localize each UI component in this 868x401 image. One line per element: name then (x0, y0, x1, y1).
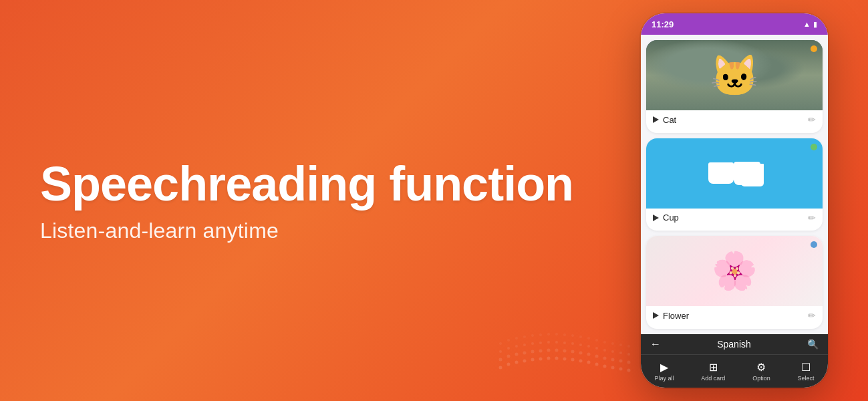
svg-point-25 (563, 350, 567, 353)
hero-subtitle: Listen-and-learn anytime (40, 219, 573, 243)
decorative-dots-pattern: // We'll generate dots in a wave pattern… (494, 261, 641, 381)
select-button[interactable]: ☐ Select (798, 361, 815, 382)
cup-color-dot (811, 144, 817, 150)
svg-point-62 (587, 337, 590, 340)
svg-point-18 (507, 355, 511, 358)
select-label: Select (798, 375, 815, 382)
svg-point-26 (571, 350, 575, 354)
svg-point-1 (507, 363, 511, 366)
svg-point-60 (571, 334, 574, 337)
svg-point-67 (627, 345, 630, 348)
svg-point-23 (547, 349, 551, 352)
svg-point-42 (563, 342, 566, 344)
cat-image (646, 40, 823, 110)
svg-point-36 (515, 345, 518, 348)
svg-point-48 (611, 350, 614, 353)
cat-card-name: Cat (663, 115, 676, 125)
svg-point-38 (531, 342, 534, 345)
svg-point-39 (539, 342, 542, 344)
hero-text-section: Speechreading function Listen-and-learn … (40, 158, 573, 243)
option-button[interactable]: ⚙ Option (752, 361, 770, 382)
card-cup[interactable]: Cup ✏ (646, 138, 823, 231)
cup-card-footer: Cup ✏ (646, 209, 823, 227)
svg-point-17 (499, 358, 502, 362)
status-bar: 11:29 ▲ ▮ (641, 13, 828, 35)
play-all-label: Play all (654, 375, 674, 382)
svg-point-52 (507, 339, 510, 342)
svg-point-5 (539, 358, 543, 361)
svg-point-34 (499, 350, 502, 353)
svg-point-0 (499, 366, 502, 370)
svg-point-35 (507, 347, 510, 350)
flower-card-footer: Flower ✏ (646, 306, 823, 325)
flower-card-label: Flower (653, 311, 689, 321)
phone-mockup: 11:29 ▲ ▮ Cat ✏ (641, 13, 828, 388)
nav-title: Spanish (717, 339, 751, 350)
search-icon[interactable]: 🔍 (807, 339, 819, 350)
status-time: 11:29 (652, 19, 674, 29)
play-all-icon: ▶ (660, 361, 668, 374)
svg-point-57 (547, 333, 550, 336)
svg-point-6 (547, 357, 551, 360)
add-card-button[interactable]: ⊞ Add card (701, 361, 725, 382)
add-card-label: Add card (701, 375, 725, 382)
svg-point-65 (611, 342, 614, 345)
play-all-button[interactable]: ▶ Play all (654, 361, 674, 382)
flower-edit-icon[interactable]: ✏ (808, 310, 816, 321)
svg-point-44 (579, 344, 582, 346)
back-arrow-icon[interactable]: ← (650, 338, 661, 350)
svg-point-10 (579, 360, 583, 363)
cup-shape (708, 162, 734, 184)
svg-point-28 (587, 353, 591, 356)
svg-point-41 (555, 341, 558, 344)
svg-point-61 (579, 336, 582, 338)
svg-point-4 (531, 358, 535, 362)
cat-play-button[interactable] (653, 116, 659, 123)
svg-point-19 (515, 353, 519, 356)
flower-card-name: Flower (663, 311, 689, 321)
cup-card-label: Cup (653, 213, 679, 223)
svg-point-8 (563, 358, 567, 361)
phone-frame: 11:29 ▲ ▮ Cat ✏ (641, 13, 828, 388)
select-icon: ☐ (801, 361, 811, 374)
svg-point-21 (531, 350, 535, 354)
svg-point-3 (523, 360, 527, 363)
svg-point-43 (571, 342, 574, 345)
flower-image (646, 236, 823, 306)
background: // We'll generate dots in a wave pattern… (0, 0, 868, 401)
cup-edit-icon[interactable]: ✏ (808, 213, 816, 223)
svg-point-45 (587, 345, 590, 348)
cup-play-button[interactable] (653, 215, 659, 221)
flower-play-button[interactable] (653, 312, 659, 319)
cup-card-name: Cup (663, 213, 679, 223)
svg-point-15 (619, 368, 623, 371)
svg-point-29 (595, 355, 599, 358)
card-cat[interactable]: Cat ✏ (646, 40, 823, 133)
svg-point-66 (619, 344, 622, 346)
svg-point-55 (531, 334, 534, 337)
bottom-actions: ▶ Play all ⊞ Add card ⚙ Option ☐ Select (641, 355, 828, 388)
card-list: Cat ✏ Cup ✏ (641, 35, 828, 334)
svg-point-59 (563, 333, 566, 336)
svg-point-37 (523, 344, 526, 346)
option-icon: ⚙ (756, 361, 766, 374)
svg-point-56 (539, 333, 542, 336)
svg-point-64 (603, 341, 606, 344)
svg-point-51 (499, 342, 502, 345)
bottom-bar: ← Spanish 🔍 ▶ Play all ⊞ Add card ⚙ (641, 334, 828, 388)
status-icons: ▲ ▮ (803, 20, 817, 29)
svg-point-46 (595, 347, 598, 350)
svg-point-22 (539, 350, 543, 353)
svg-point-13 (603, 365, 607, 368)
svg-point-47 (603, 349, 606, 352)
svg-point-50 (627, 353, 630, 356)
cat-card-label: Cat (653, 115, 676, 125)
hero-main-title: Speechreading function (40, 158, 573, 211)
svg-point-12 (595, 363, 599, 366)
cat-edit-icon[interactable]: ✏ (808, 114, 816, 125)
svg-point-49 (619, 352, 622, 354)
card-flower[interactable]: Flower ✏ (646, 236, 823, 329)
svg-point-11 (587, 361, 591, 364)
svg-point-2 (515, 361, 519, 364)
svg-point-63 (595, 339, 598, 342)
